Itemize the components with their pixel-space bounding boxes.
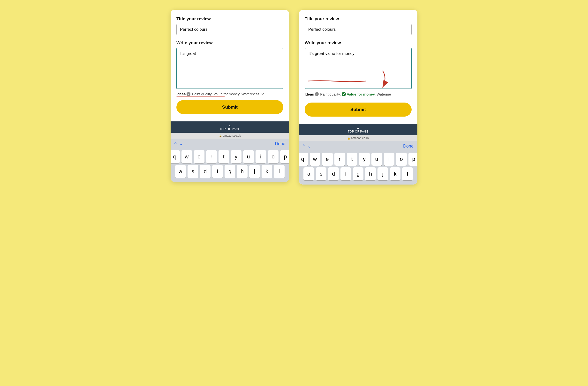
right-top-arrow: ▲ — [299, 126, 418, 129]
right-check-icon — [342, 92, 346, 96]
left-key-t[interactable]: t — [218, 150, 229, 163]
left-key-g[interactable]: g — [225, 165, 235, 178]
left-key-row-2: a s d f g h j k l — [171, 165, 288, 178]
right-arrow-down[interactable]: ⌄ — [308, 143, 311, 149]
right-key-p[interactable]: p — [408, 153, 418, 166]
left-bottom-bar: ▲ TOP OF PAGE — [170, 122, 289, 133]
right-key-f[interactable]: f — [340, 167, 351, 181]
right-url-bar: 🔒 amazon.co.uk — [299, 135, 418, 141]
left-key-f[interactable]: f — [212, 165, 223, 178]
right-key-d[interactable]: d — [328, 167, 339, 181]
right-ideas-row: Ideas i Paint quality, Value for money, … — [305, 92, 412, 96]
left-key-y[interactable]: y — [231, 150, 241, 163]
left-key-s[interactable]: s — [188, 165, 198, 178]
right-key-k[interactable]: k — [390, 167, 400, 181]
right-key-l[interactable]: l — [402, 167, 413, 181]
left-url-bar: 🔒 amazon.co.uk — [170, 133, 289, 139]
left-review-label: Write your review — [176, 41, 283, 45]
right-review-textarea[interactable]: It's great value for money — [305, 48, 412, 89]
left-key-o[interactable]: o — [268, 150, 278, 163]
left-tag-v: V — [261, 92, 264, 96]
left-ideas-section: Ideas i Paint quality, Value for money, … — [176, 92, 283, 97]
left-info-icon[interactable]: i — [187, 92, 190, 96]
left-top-of-page: TOP OF PAGE — [170, 127, 289, 131]
left-keyboard: q w e r t y u i o p a s d f g h j k l — [170, 149, 289, 182]
right-key-q[interactable]: q — [299, 153, 308, 166]
right-key-u[interactable]: u — [371, 153, 382, 166]
right-key-s[interactable]: s — [316, 167, 326, 181]
left-key-l[interactable]: l — [274, 165, 285, 178]
right-key-o[interactable]: o — [396, 153, 407, 166]
left-key-a[interactable]: a — [175, 165, 186, 178]
right-info-icon[interactable]: i — [315, 92, 319, 96]
right-review-label: Write your review — [305, 41, 412, 45]
right-key-w[interactable]: w — [310, 153, 320, 166]
left-key-i[interactable]: i — [255, 150, 266, 163]
right-title-input[interactable] — [305, 24, 412, 35]
left-top-arrow: ▲ — [170, 124, 289, 127]
left-title-input[interactable] — [176, 24, 283, 35]
right-lock-icon: 🔒 — [347, 137, 350, 140]
right-keyboard-toolbar: ^ ⌄ Done — [299, 141, 418, 151]
right-key-y[interactable]: y — [359, 153, 370, 166]
left-key-r[interactable]: r — [206, 150, 217, 163]
left-nav-arrows: ^ ⌄ — [174, 141, 183, 146]
left-title-label: Title your review — [176, 17, 283, 21]
left-phone: Title your review Write your review It's… — [170, 10, 289, 182]
left-done-button[interactable]: Done — [275, 141, 285, 146]
left-key-h[interactable]: h — [237, 165, 248, 178]
right-keyboard: q w e r t y u i o p a s d f g h j k l — [299, 151, 418, 184]
right-done-button[interactable]: Done — [403, 144, 414, 149]
right-tag-waterine: Waterine — [377, 92, 391, 96]
right-ideas-label: Ideas — [305, 92, 314, 96]
right-key-j[interactable]: j — [378, 167, 388, 181]
right-key-a[interactable]: a — [303, 167, 314, 181]
left-key-row-1: q w e r t y u i o p — [171, 150, 288, 163]
right-title-label: Title your review — [305, 17, 412, 21]
left-tag-value: Value for money, — [213, 92, 241, 96]
right-review-wrapper: It's great value for money — [305, 48, 412, 90]
left-red-underline — [176, 97, 225, 97]
left-tag-wateriness: Wateriness, — [241, 92, 262, 96]
right-key-r[interactable]: r — [335, 153, 345, 166]
right-bottom-bar: ▲ TOP OF PAGE — [299, 124, 418, 135]
left-submit-button[interactable]: Submit — [176, 100, 283, 114]
right-arrow-up[interactable]: ^ — [303, 144, 305, 149]
left-content: Title your review Write your review It's… — [170, 10, 289, 122]
right-nav-arrows: ^ ⌄ — [303, 143, 311, 149]
right-key-g[interactable]: g — [353, 167, 363, 181]
right-top-of-page: TOP OF PAGE — [299, 130, 418, 133]
right-tag-paint: Paint quality, — [320, 92, 342, 96]
right-phone: Title your review Write your review It's… — [299, 10, 418, 184]
left-tag-paint: Paint quality, — [192, 92, 213, 96]
left-arrow-down[interactable]: ⌄ — [179, 141, 183, 146]
left-key-u[interactable]: u — [243, 150, 254, 163]
left-key-k[interactable]: k — [262, 165, 272, 178]
right-key-t[interactable]: t — [347, 153, 357, 166]
right-key-row-1: q w e r t y u i o p — [300, 153, 417, 166]
right-submit-button[interactable]: Submit — [305, 102, 412, 117]
left-key-p[interactable]: p — [280, 150, 289, 163]
right-key-e[interactable]: e — [322, 153, 333, 166]
left-key-j[interactable]: j — [249, 165, 260, 178]
right-key-h[interactable]: h — [365, 167, 376, 181]
left-ideas-label: Ideas — [176, 92, 186, 96]
left-ideas-row: Ideas i Paint quality, Value for money, … — [176, 92, 283, 96]
left-key-w[interactable]: w — [182, 150, 192, 163]
left-arrow-up[interactable]: ^ — [174, 141, 176, 146]
right-ideas-section: Ideas i Paint quality, Value for money, … — [305, 92, 412, 96]
right-key-i[interactable]: i — [384, 153, 394, 166]
left-amazon-url: amazon.co.uk — [223, 134, 241, 137]
right-amazon-url: amazon.co.uk — [351, 136, 369, 140]
left-key-q[interactable]: q — [170, 150, 180, 163]
right-key-row-2: a s d f g h j k l — [300, 167, 417, 181]
left-lock-icon: 🔒 — [219, 135, 222, 137]
left-keyboard-toolbar: ^ ⌄ Done — [170, 139, 289, 149]
main-container: Title your review Write your review It's… — [170, 10, 418, 184]
left-review-textarea[interactable]: It's great — [176, 48, 283, 89]
left-key-d[interactable]: d — [200, 165, 210, 178]
right-content: Title your review Write your review It's… — [299, 10, 418, 124]
left-key-e[interactable]: e — [194, 150, 205, 163]
right-tag-value-highlighted: Value for money, — [347, 92, 377, 96]
